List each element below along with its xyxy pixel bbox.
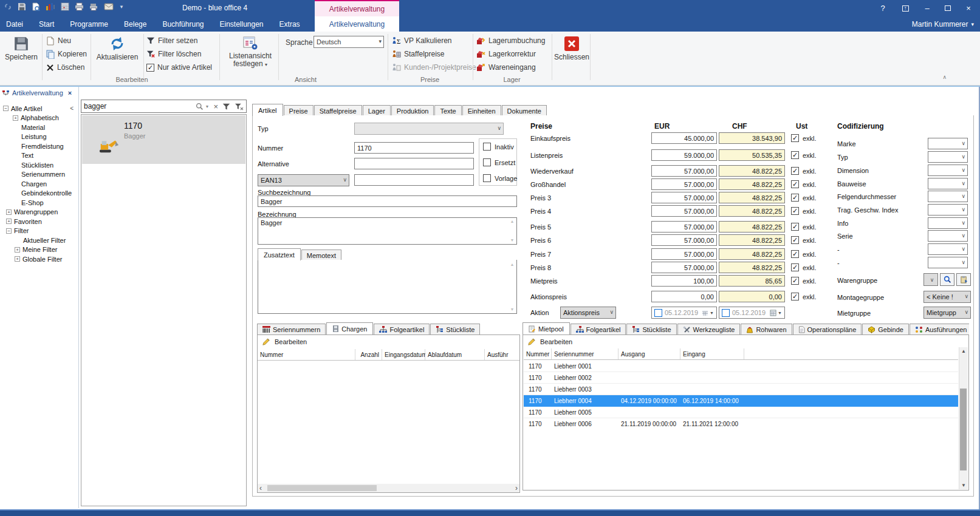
article-search-input[interactable]: bagger ▼ × xyxy=(81,100,247,113)
mietpool-col-nummer[interactable]: Nummer xyxy=(524,348,552,359)
ust-checkbox[interactable]: ✓exkl. xyxy=(791,194,817,202)
cell-nummer[interactable]: 1170 xyxy=(526,407,552,418)
date-checkbox-empty[interactable] xyxy=(722,309,730,317)
expand-expander-icon[interactable]: + xyxy=(6,219,12,224)
neu-button[interactable]: Neu xyxy=(46,35,71,47)
lagerumbuchung-button[interactable]: Lagerumbuchung xyxy=(476,35,545,47)
eur-input[interactable]: 57.000,00 xyxy=(651,262,717,273)
cell-nummer[interactable]: 1170 xyxy=(526,395,552,407)
eur-input[interactable]: 57.000,00 xyxy=(651,178,717,190)
info-combobox[interactable]: ∨ xyxy=(928,217,968,229)
filter-loeschen-button[interactable]: Filter löschen xyxy=(146,48,201,60)
mietpool-col-seriennummer[interactable]: Seriennummer xyxy=(552,348,618,359)
maximize-button[interactable] xyxy=(939,0,957,16)
eur-input[interactable]: 57.000,00 xyxy=(651,165,717,177)
vorlage-checkbox[interactable]: Vorlage xyxy=(483,174,517,182)
mietpool-bearbeiten-button[interactable]: Bearbeiten xyxy=(527,338,572,346)
tab-mietpool[interactable]: Mietpool xyxy=(523,322,570,334)
qat-overflow-dropdown-icon[interactable]: ▼ xyxy=(119,4,124,10)
chf-input[interactable]: 48.822,25 xyxy=(719,234,785,246)
code10-combobox[interactable]: ∨ xyxy=(928,257,968,268)
chf-input[interactable]: 48.822,25 xyxy=(719,178,785,190)
ust-checkbox[interactable]: ✓exkl. xyxy=(791,167,817,175)
ersetzt-checkbox[interactable]: Ersetzt xyxy=(483,158,515,166)
cell-ausgang[interactable]: 04.12.2019 00:00:00 xyxy=(618,395,680,407)
loeschen-button[interactable]: Löschen xyxy=(46,61,84,73)
bezeichnung-textarea[interactable]: Bagger xyxy=(258,217,517,245)
aktion-date-from-picker[interactable]: 05.12.2019 ▼ xyxy=(651,307,717,319)
bezeichnung-scroll[interactable]: ▲▼ xyxy=(509,218,516,243)
ust-checkbox[interactable]: ✓exkl. xyxy=(791,236,817,244)
tree-item-warengruppen[interactable]: +Warengruppen xyxy=(0,208,78,217)
tab-preise[interactable]: Preise xyxy=(284,105,314,116)
cell-seriennummer[interactable]: Liebherr 0005 xyxy=(552,407,618,418)
zusatztext-textarea[interactable] xyxy=(258,260,517,314)
tab-rohwaren[interactable]: Rohwaren xyxy=(741,324,792,334)
cell-seriennummer[interactable]: Liebherr 0004 xyxy=(552,395,618,407)
eur-input[interactable]: 57.000,00 xyxy=(651,234,717,246)
tree-item-chargen[interactable]: Chargen xyxy=(0,179,78,189)
eur-input[interactable]: 57.000,00 xyxy=(651,192,717,203)
filter-icon[interactable] xyxy=(222,103,230,110)
mietpool-col-eingang[interactable]: Eingang xyxy=(680,348,744,359)
cell-seriennummer[interactable]: Liebherr 0001 xyxy=(552,361,618,372)
chargen-col-ausfuehrung[interactable]: Ausführ xyxy=(485,349,519,360)
cell-nummer[interactable]: 1170 xyxy=(526,372,552,384)
tab-produktion[interactable]: Produktion xyxy=(391,105,434,116)
tree-item-aktueller-filter[interactable]: Aktueller Filter xyxy=(0,236,78,245)
ust-checkbox[interactable]: ✓exkl. xyxy=(791,180,817,188)
print-copy-icon[interactable] xyxy=(89,2,98,11)
felgendurchmesser-combobox[interactable]: ∨ xyxy=(928,191,968,202)
tab-folgeartikel-links[interactable]: Folgeartikel xyxy=(374,324,430,334)
chf-input[interactable]: 48.822,25 xyxy=(719,165,785,177)
close-panel-icon[interactable]: × xyxy=(68,89,72,97)
date-checkbox-empty[interactable] xyxy=(654,309,662,317)
eur-input[interactable]: 100,00 xyxy=(651,275,717,287)
kunden-projektpreise-button[interactable]: Kunden-/Projektpreise xyxy=(392,61,476,73)
ean-input[interactable] xyxy=(354,174,474,186)
ean-type-combobox[interactable]: EAN13∨ xyxy=(258,174,349,186)
chf-input[interactable]: 48.822,25 xyxy=(719,248,785,260)
ust-checkbox[interactable]: ✓exkl. xyxy=(791,250,817,258)
warengruppe-search-button[interactable] xyxy=(940,273,954,286)
tab-operationsplaene[interactable]: Operationspläne xyxy=(793,324,862,334)
chargen-bearbeiten-button[interactable]: Bearbeiten xyxy=(262,338,307,346)
chf-input[interactable]: 0,00 xyxy=(719,291,785,302)
ust-checkbox[interactable]: ✓exkl. xyxy=(791,151,817,159)
eur-input[interactable]: 57.000,00 xyxy=(651,205,717,217)
mietgruppe-combobox[interactable]: Mietgrupp∨ xyxy=(923,307,971,319)
listenansicht-button[interactable]: Listenansichtfestlegen ▾ xyxy=(224,34,277,78)
tab-ausfuehrungen[interactable]: Ausführungen xyxy=(910,324,969,334)
mietpool-col-ausgang[interactable]: Ausgang xyxy=(618,348,680,359)
aktion-date-to-picker[interactable]: 05.12.2019 ▼ xyxy=(719,307,785,319)
expand-expander-icon[interactable]: + xyxy=(6,209,12,215)
kopieren-button[interactable]: Kopieren xyxy=(46,48,87,60)
expand-expander-icon[interactable]: + xyxy=(15,256,20,262)
filter-setzen-button[interactable]: Filter setzen xyxy=(146,35,197,47)
tree-item-material[interactable]: Material xyxy=(0,123,78,132)
link-icon[interactable] xyxy=(4,2,12,11)
ust-checkbox[interactable]: ✓exkl. xyxy=(791,293,817,300)
tree-item-filter[interactable]: −Filter xyxy=(0,226,78,236)
tree-item-gebindekontrolle[interactable]: Gebindekontrolle xyxy=(0,189,78,199)
chargen-col-anzahl[interactable]: Anzahl xyxy=(355,349,382,360)
cell-eingang[interactable]: 06.12.2019 14:00:00 xyxy=(680,395,747,407)
calendar-grid-icon[interactable] xyxy=(61,2,69,11)
nummer-input[interactable]: 1170 xyxy=(354,142,474,154)
cell-nummer[interactable]: 1170 xyxy=(526,361,552,372)
lagerkorrektur-button[interactable]: Lagerkorrektur xyxy=(476,48,536,60)
ust-checkbox[interactable]: ✓exkl. xyxy=(791,277,817,285)
chargen-col-ablaufdatum[interactable]: Ablaufdatum xyxy=(425,349,485,360)
collapse-expander-icon[interactable]: − xyxy=(3,106,9,111)
chf-input[interactable]: 48.822,25 xyxy=(719,192,785,203)
ust-checkbox[interactable]: ✓exkl. xyxy=(791,207,817,215)
tree-item-alle-artikel[interactable]: −Alle Artikel< xyxy=(0,104,78,114)
wareneingang-button[interactable]: Wareneingang xyxy=(476,61,536,73)
bauweise-combobox[interactable]: ∨ xyxy=(928,178,968,189)
cell-seriennummer[interactable]: Liebherr 0003 xyxy=(552,384,618,395)
typ-code-combobox[interactable]: ∨ xyxy=(928,151,968,163)
mietpool-col-empty[interactable] xyxy=(744,348,772,359)
menu-tab-start[interactable]: Start xyxy=(31,16,62,32)
zusatztext-scroll[interactable]: ▲▼ xyxy=(509,261,516,313)
menu-tab-artikelverwaltung[interactable]: Artikelverwaltung xyxy=(315,16,399,32)
